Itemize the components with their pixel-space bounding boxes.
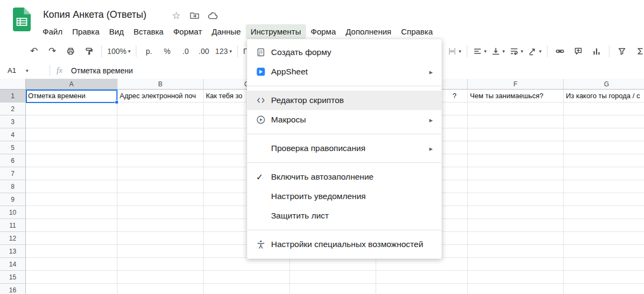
row-header-10[interactable]: 10 [0,206,26,219]
column-header-B[interactable]: B [117,79,204,90]
print-button[interactable] [63,44,79,59]
row-header-11[interactable]: 11 [0,219,26,232]
formula-input[interactable]: Отметка времени [71,66,133,75]
google-sheets-window: Копия Анкета (Ответы) ☆ ФайлПравкаВидВст… [0,0,644,294]
format-percent-button[interactable]: % [159,44,175,59]
row-header-6[interactable]: 6 [0,154,26,167]
text-wrap-button[interactable]: ▾ [508,44,524,59]
tools-menu-item[interactable]: Макросы▸ [247,110,441,129]
redo-icon: ↷ [49,46,56,56]
menu-Файл[interactable]: Файл [38,24,67,39]
row-header-13[interactable]: 13 [0,245,26,258]
row-header-9[interactable]: 9 [0,193,26,206]
number-format-button[interactable]: 123▾ [214,44,233,59]
row-header-7[interactable]: 7 [0,167,26,180]
tools-menu-item[interactable]: ✓Включить автозаполнение [247,167,441,187]
row-header-14[interactable]: 14 [0,258,26,271]
paint-format-button[interactable] [81,44,97,59]
tools-menu-item-label: Настройки специальных возможностей [271,240,423,249]
text-wrap-icon [509,46,519,56]
menu-divider [247,134,441,134]
menu-divider [247,230,441,230]
sheets-logo-icon[interactable] [13,8,31,33]
row-header-12[interactable]: 12 [0,232,26,245]
redo-button[interactable]: ↷ [44,44,60,59]
menu-Инструменты[interactable]: Инструменты [246,24,306,39]
column-header-G[interactable]: G [564,79,644,90]
tools-menu-item-label: Создать форму [271,47,331,57]
submenu-arrow-icon: ▸ [429,116,433,124]
cloud-saved-icon[interactable] [207,10,219,22]
insert-link-button[interactable] [552,44,568,59]
appsheet-icon [255,67,266,77]
grid-line [117,90,117,294]
column-header-F[interactable]: F [468,79,564,90]
submenu-arrow-icon: ▸ [429,145,433,153]
tools-menu-item-label: AppSheet [271,67,308,77]
tools-menu-item[interactable]: Защитить лист [247,206,441,225]
row-header-3[interactable]: 3 [0,115,26,128]
column-header-A[interactable]: A [26,79,117,90]
row-header-15[interactable]: 15 [0,271,26,284]
menu-Формат[interactable]: Формат [168,24,206,39]
menu-Справка[interactable]: Справка [396,24,438,39]
accessibility-icon [255,240,266,249]
format-currency-button[interactable]: р. [141,44,157,59]
zoom-select[interactable]: 100%▾ [106,44,131,59]
move-to-folder-icon[interactable] [189,10,200,22]
tools-menu-item-label: Настроить уведомления [271,192,366,201]
row-header-8[interactable]: 8 [0,180,26,193]
menu-Правка[interactable]: Правка [67,24,105,39]
tools-menu-item[interactable]: Настроить уведомления [247,187,441,206]
document-title[interactable]: Копия Анкета (Ответы) [43,9,147,20]
menu-Вставка[interactable]: Вставка [129,24,169,39]
fill-handle[interactable] [115,100,119,104]
merge-cells-icon [447,46,457,56]
text-rotation-icon [528,46,537,56]
undo-button[interactable]: ↶ [26,44,42,59]
menu-Дополнения[interactable]: Дополнения [341,24,396,39]
form-icon [255,47,266,57]
star-icon[interactable]: ☆ [170,10,182,22]
decrease-decimal-button[interactable]: .0 [177,44,193,59]
tools-menu-item-label: Макросы [271,115,306,125]
tools-menu-item-label: Защитить лист [271,211,329,221]
chevron-down-icon: ▾ [502,49,505,54]
row-headers: 12345678910111213141516 [0,90,26,294]
submenu-arrow-icon: ▸ [429,68,433,76]
row-header-1[interactable]: 1 [0,90,26,102]
tools-menu-item[interactable]: Настройки специальных возможностей [247,235,441,254]
tools-menu-item[interactable]: Проверка правописания▸ [247,139,441,158]
chevron-down-icon: ▾ [128,49,131,54]
row-header-16[interactable]: 16 [0,284,26,294]
tools-menu-item[interactable]: AppSheet▸ [247,62,441,81]
cell-F1[interactable]: Чем ты занимаешься? [468,90,563,102]
cell-B1[interactable]: Адрес электронной поч [117,90,203,102]
tools-menu-item[interactable]: Создать форму [247,43,441,62]
macros-icon [255,115,266,125]
name-box[interactable]: A1 ▾ [0,66,45,74]
vertical-align-button[interactable]: ▾ [490,44,506,59]
menu-Форма[interactable]: Форма [306,24,341,39]
increase-decimal-button[interactable]: .00 [196,44,212,59]
horizontal-align-button[interactable]: ▾ [472,44,488,59]
merge-cells-button[interactable]: ▾ [446,44,462,59]
link-icon [555,46,565,56]
insert-chart-button[interactable] [588,44,605,59]
menu-Данные[interactable]: Данные [207,24,246,39]
row-header-5[interactable]: 5 [0,141,26,154]
insert-comment-button[interactable] [570,44,586,59]
tools-menu-item[interactable]: Редактор скриптов [247,91,441,110]
row-header-2[interactable]: 2 [0,102,26,115]
chevron-down-icon: ▾ [521,49,523,54]
functions-button[interactable] [632,44,644,59]
chevron-down-icon: ▾ [484,49,487,54]
row-header-4[interactable]: 4 [0,128,26,141]
filter-icon [617,46,627,56]
cell-G1[interactable]: Из какого ты города / с [564,90,644,102]
menu-divider [247,162,441,163]
text-rotation-button[interactable]: ▾ [527,44,543,59]
menu-Вид[interactable]: Вид [105,24,129,39]
paint-format-icon [84,46,94,56]
filter-button[interactable] [614,44,630,59]
